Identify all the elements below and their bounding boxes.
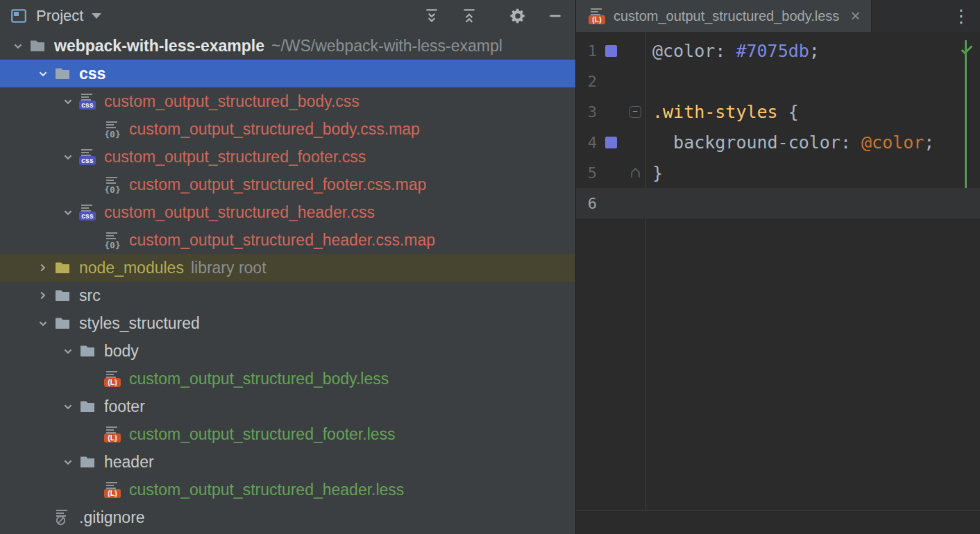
expand-all-icon[interactable] [423,7,441,25]
tree-item-gitignore[interactable]: .gitignore [0,503,575,531]
folder-icon [54,65,71,82]
chevron-down-icon[interactable] [57,337,79,365]
less-file-icon: (L) [589,8,605,24]
tree-item-footer[interactable]: footer [0,393,575,420]
project-tool-icon [10,7,28,25]
editor-body[interactable]: 1@color: #7075db;23−.with-styles {4 back… [576,32,980,534]
fold-marker-open-icon[interactable]: − [630,106,641,118]
chevron-down-icon[interactable] [32,309,54,337]
tree-item-custom-output-structured-body-css[interactable]: csscustom_output_structured_body.css [0,87,575,115]
tree-item-label: custom_output_structured_footer.less [129,425,396,444]
line-number: 3 [576,103,597,121]
line-number: 4 [576,134,597,151]
project-tree: webpack-with-less-example~/WS/webpack-wi… [0,32,575,534]
fold-marker-end-icon[interactable] [630,167,641,179]
code-line-2[interactable]: 2 [576,66,980,96]
color-preview-swatch[interactable] [605,45,617,57]
code-line-4[interactable]: 4 background-color: @color; [576,127,980,157]
chevron-down-icon[interactable] [32,60,54,87]
code-text: } [645,163,663,183]
tree-item-custom-output-structured-header-css[interactable]: csscustom_output_structured_header.css [0,198,575,226]
project-toolbar [423,7,564,25]
tree-item-custom-output-structured-header-css-map[interactable]: {0}custom_output_structured_header.css.m… [0,226,575,254]
editor-tab-label: custom_output_structured_body.less [614,8,839,24]
tree-item-suffix: ~/WS/webpack-with-less-exampl [271,37,502,55]
tab-bar-spacer [872,0,943,32]
tree-item-node-modules[interactable]: node_moduleslibrary root [0,254,575,282]
code-text: @color: #7075db; [645,41,820,61]
tree-item-label: custom_output_structured_body.css.map [129,120,420,139]
tree-item-css[interactable]: css [0,60,575,87]
chevron-down-icon[interactable] [57,448,79,476]
close-tab-icon[interactable]: × [850,8,860,24]
tree-item-styles-structured[interactable]: styles_structured [0,309,575,337]
line-number: 6 [576,195,597,212]
settings-gear-icon[interactable] [509,7,527,25]
tree-item-custom-output-structured-body-css-map[interactable]: {0}custom_output_structured_body.css.map [0,115,575,143]
tree-item-label: footer [104,397,145,416]
chevron-spacer [82,420,104,448]
less-file-icon: (L) [104,426,121,442]
code-line-5[interactable]: 5} [576,157,980,188]
tree-item-label: custom_output_structured_body.css [104,92,360,111]
line-number: 1 [576,42,597,60]
tree-item-label: custom_output_structured_header.css [104,203,375,222]
chevron-right-icon[interactable] [32,254,54,282]
code-text: background-color: @color; [645,132,934,153]
map-file-icon: {0} [104,121,121,137]
hide-panel-icon[interactable] [546,7,564,25]
chevron-down-icon[interactable] [57,198,79,226]
chevron-down-icon[interactable] [57,143,79,171]
map-file-icon: {0} [104,232,121,248]
tree-item-label: header [104,453,154,472]
chevron-down-icon[interactable] [57,87,79,115]
chevron-spacer [82,115,104,143]
tree-item-custom-output-structured-footer-css-map[interactable]: {0}custom_output_structured_footer.css.m… [0,171,575,198]
tree-item-label: .gitignore [79,508,145,527]
code-line-6[interactable]: 6 [576,188,980,218]
tree-item-custom-output-structured-header-less[interactable]: (L)custom_output_structured_header.less [0,476,575,503]
chevron-down-icon [92,13,101,19]
color-preview-swatch[interactable] [605,137,617,148]
editor-gutter: 3− [576,96,645,127]
tree-item-webpack-with-less-example[interactable]: webpack-with-less-example~/WS/webpack-wi… [0,32,575,60]
folder-icon [79,454,96,470]
chevron-spacer [82,476,104,503]
chevron-right-icon[interactable] [32,282,54,309]
tree-item-header[interactable]: header [0,448,575,476]
code-line-1[interactable]: 1@color: #7075db; [576,35,980,66]
tree-item-label: webpack-with-less-example [54,37,264,55]
editor-tab-bar: (L) custom_output_structured_body.less ×… [576,0,980,32]
project-view-selector[interactable]: Project [10,7,101,25]
css-file-icon: css [79,148,96,165]
folder-icon [79,343,96,359]
chevron-down-icon[interactable] [7,32,29,60]
editor-bottom-edge [576,510,980,534]
editor-gutter: 2 [576,66,645,96]
more-options-icon[interactable]: ⋮ [943,0,980,32]
folder-icon [54,315,71,331]
ide-window: Project webpack-with-less-example~/WS/we… [0,0,980,534]
less-file-icon: (L) [104,370,121,387]
tree-item-src[interactable]: src [0,282,575,309]
tree-item-custom-output-structured-footer-css[interactable]: csscustom_output_structured_footer.css [0,143,575,171]
tree-item-label: custom_output_structured_header.css.map [129,231,435,250]
css-file-icon: css [79,204,96,221]
chevron-spacer [32,503,54,531]
map-file-icon: {0} [104,176,121,193]
tree-item-custom-output-structured-footer-less[interactable]: (L)custom_output_structured_footer.less [0,420,575,448]
chevron-spacer [82,226,104,254]
line-number: 5 [576,164,597,182]
project-folder-icon [29,37,46,54]
chevron-down-icon[interactable] [57,393,79,420]
tree-item-label: body [104,342,139,361]
chevron-spacer [82,365,104,393]
code-text: .with-styles { [645,102,799,122]
project-panel-title: Project [36,7,83,25]
code-line-3[interactable]: 3−.with-styles { [576,96,980,127]
tree-item-label: custom_output_structured_footer.css [104,148,366,166]
editor-tab-active[interactable]: (L) custom_output_structured_body.less × [576,0,872,32]
collapse-all-icon[interactable] [460,7,478,25]
tree-item-body[interactable]: body [0,337,575,365]
tree-item-custom-output-structured-body-less[interactable]: (L)custom_output_structured_body.less [0,365,575,393]
